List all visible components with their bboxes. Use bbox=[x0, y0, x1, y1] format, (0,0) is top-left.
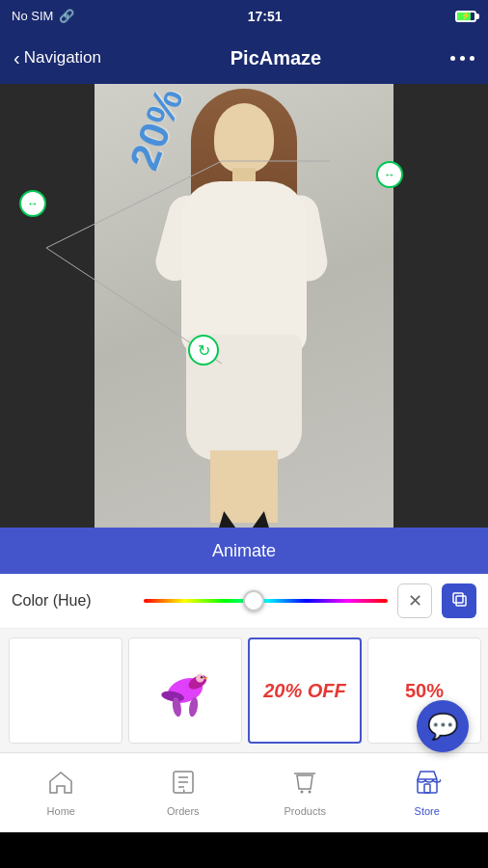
dot2 bbox=[460, 56, 465, 61]
navigation-label: Navigation bbox=[24, 48, 101, 68]
nav-label-home: Home bbox=[47, 805, 75, 817]
dot3 bbox=[470, 56, 474, 61]
sticker-empty[interactable] bbox=[9, 637, 122, 744]
hue-slider[interactable] bbox=[144, 591, 388, 610]
products-icon bbox=[291, 770, 318, 801]
sticker-20off-text: 20% OFF bbox=[263, 680, 346, 702]
status-bar-left: No SIM 🔗 bbox=[12, 9, 74, 23]
animate-button[interactable]: Animate bbox=[0, 528, 488, 574]
dot1 bbox=[450, 56, 455, 61]
sticker-bird[interactable] bbox=[128, 637, 242, 744]
resize-handle-tl[interactable]: ↔ bbox=[19, 190, 46, 217]
nav-item-products[interactable]: Products bbox=[244, 762, 366, 825]
chat-bubble-button[interactable]: 💬 bbox=[417, 700, 469, 752]
color-hue-label: Color (Hue) bbox=[12, 592, 134, 610]
status-bar-right: ⚡ bbox=[455, 11, 476, 22]
nav-item-store[interactable]: Store bbox=[366, 762, 489, 825]
svg-point-9 bbox=[201, 676, 203, 679]
svg-point-8 bbox=[196, 674, 204, 683]
svg-point-15 bbox=[309, 790, 312, 793]
home-icon bbox=[47, 770, 74, 801]
canvas-area: 20% OFF ↔ ↔ ↻ bbox=[0, 84, 488, 528]
nav-label-store: Store bbox=[415, 805, 440, 817]
slider-track bbox=[144, 599, 388, 603]
sticker-50off-text: 50% bbox=[405, 680, 444, 702]
copy-button[interactable] bbox=[442, 583, 476, 618]
rotate-handle[interactable]: ↻ bbox=[188, 335, 219, 366]
store-icon bbox=[414, 770, 441, 801]
time-label: 17:51 bbox=[248, 9, 283, 24]
svg-rect-4 bbox=[456, 596, 466, 606]
svg-rect-17 bbox=[424, 784, 430, 793]
nav-item-orders[interactable]: Orders bbox=[122, 762, 245, 825]
chat-icon: 💬 bbox=[427, 712, 458, 742]
battery-icon: ⚡ bbox=[455, 11, 476, 22]
svg-rect-3 bbox=[453, 593, 463, 603]
nav-label-products: Products bbox=[285, 805, 326, 817]
back-navigation[interactable]: ‹ Navigation bbox=[14, 47, 101, 69]
header: ‹ Navigation PicAmaze bbox=[0, 32, 488, 84]
color-hue-row: Color (Hue) ✕ bbox=[0, 574, 488, 629]
back-chevron-icon: ‹ bbox=[14, 47, 20, 69]
wifi-icon: 🔗 bbox=[59, 9, 74, 23]
nav-item-home[interactable]: Home bbox=[0, 762, 122, 825]
bottom-panel: Color (Hue) ✕ bbox=[0, 574, 488, 752]
copy-icon bbox=[449, 589, 469, 613]
slider-thumb[interactable] bbox=[243, 590, 264, 611]
svg-point-14 bbox=[301, 790, 304, 793]
resize-handle-tr[interactable]: ↔ bbox=[376, 161, 403, 188]
sticker-grid: 20% OFF 50% bbox=[0, 629, 488, 752]
app-title: PicAmaze bbox=[230, 47, 322, 69]
close-icon: ✕ bbox=[408, 590, 422, 611]
canvas-image[interactable]: 20% OFF bbox=[95, 84, 393, 528]
carrier-label: No SIM bbox=[12, 9, 53, 23]
more-menu-button[interactable] bbox=[450, 56, 474, 61]
nav-label-orders: Orders bbox=[167, 805, 200, 817]
bottom-nav: Home Orders Products bbox=[0, 752, 488, 832]
status-bar: No SIM 🔗 17:51 ⚡ bbox=[0, 0, 488, 32]
sticker-20off[interactable]: 20% OFF bbox=[248, 637, 362, 744]
bird-icon bbox=[151, 662, 219, 719]
close-button[interactable]: ✕ bbox=[397, 583, 432, 618]
animate-label: Animate bbox=[212, 541, 276, 561]
orders-icon bbox=[170, 770, 197, 801]
